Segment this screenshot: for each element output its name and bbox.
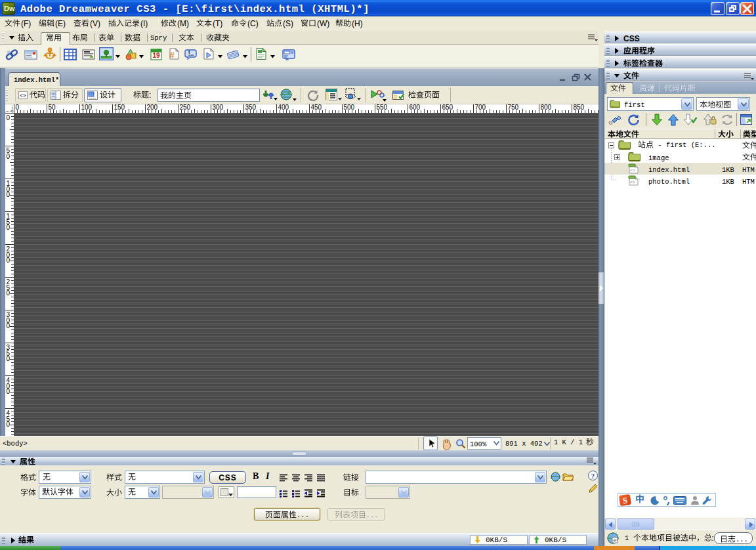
- svg-text:0: 0: [7, 355, 10, 362]
- svg-text:#: #: [169, 50, 175, 60]
- svg-text:150: 150: [114, 104, 125, 111]
- svg-text:0: 0: [7, 289, 10, 297]
- svg-text:400: 400: [278, 104, 289, 111]
- svg-text:19: 19: [152, 52, 160, 59]
- svg-text:300: 300: [213, 104, 224, 111]
- svg-text:0: 0: [7, 191, 10, 198]
- svg-text:450: 450: [311, 104, 322, 111]
- svg-text:50: 50: [49, 104, 56, 111]
- svg-text:0: 0: [7, 257, 10, 264]
- svg-text:100: 100: [81, 104, 93, 111]
- svg-text:700: 700: [475, 104, 486, 111]
- svg-text:600: 600: [410, 104, 421, 111]
- svg-text:<>: <>: [630, 180, 635, 185]
- svg-text:250: 250: [180, 104, 191, 111]
- svg-text:!..: !..: [188, 50, 194, 57]
- svg-text:800: 800: [541, 104, 552, 111]
- svg-text:?: ?: [591, 472, 595, 480]
- svg-text:<>: <>: [20, 93, 26, 98]
- svg-text:750: 750: [508, 104, 519, 111]
- svg-text:0: 0: [7, 388, 10, 395]
- svg-text:650: 650: [442, 104, 453, 111]
- svg-text:350: 350: [245, 104, 257, 111]
- svg-text:0: 0: [7, 153, 10, 160]
- svg-text:850: 850: [574, 104, 585, 111]
- svg-text:0: 0: [7, 421, 10, 428]
- svg-text:S: S: [622, 496, 628, 506]
- svg-text:200: 200: [147, 104, 158, 111]
- svg-text:0: 0: [16, 104, 20, 111]
- svg-text:500: 500: [344, 104, 355, 111]
- svg-text:550: 550: [377, 104, 388, 111]
- svg-text:0: 0: [7, 224, 10, 231]
- svg-text:<>: <>: [630, 168, 635, 173]
- svg-text:0: 0: [7, 114, 10, 121]
- svg-text:0: 0: [7, 322, 10, 329]
